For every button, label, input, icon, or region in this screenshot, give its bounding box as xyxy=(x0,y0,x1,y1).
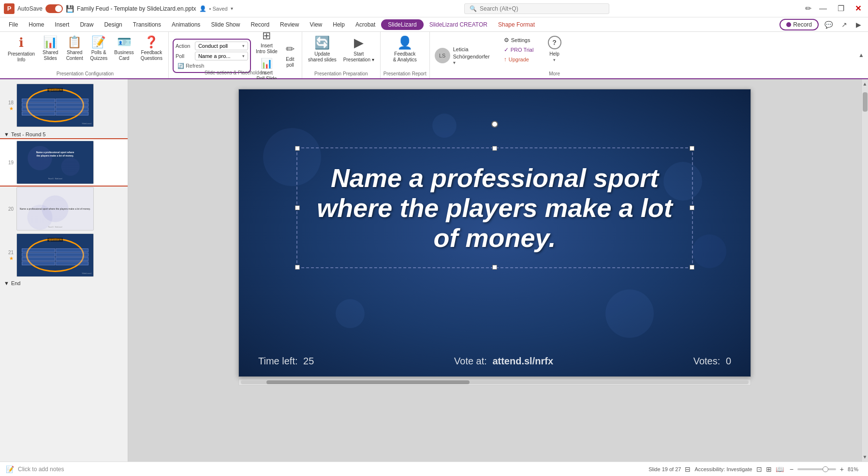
menu-insert[interactable]: Insert xyxy=(50,19,74,30)
ribbon-btn-insert-intro[interactable]: ⊞ InsertIntro Slide xyxy=(254,29,280,56)
record-button[interactable]: Record xyxy=(780,19,819,30)
slide-layout-icon[interactable]: ⊟ xyxy=(685,465,691,473)
search-input[interactable] xyxy=(480,5,604,12)
pro-trial-button[interactable]: ✓ PRO Trial xyxy=(502,45,536,54)
check-icon: ✓ xyxy=(504,46,509,53)
handle-ml[interactable] xyxy=(295,205,300,210)
menu-slideshow[interactable]: Slide Show xyxy=(206,19,245,30)
refresh-button[interactable]: 🔄 Refresh xyxy=(176,62,248,70)
ribbon-btn-feedback-analytics[interactable]: 👤 Feedback& Analytics xyxy=(390,34,420,64)
menu-design[interactable]: Design xyxy=(99,19,127,30)
rotate-handle[interactable] xyxy=(491,121,498,128)
settings-button[interactable]: ⚙ Settings xyxy=(502,36,536,44)
ribbon-btn-feedback-questions[interactable]: ❓ FeedbackQuestions xyxy=(138,34,165,63)
slide-group-label-end[interactable]: ▼ End xyxy=(0,278,128,288)
help-button[interactable]: ? Help ▾ xyxy=(548,36,561,62)
upgrade-button[interactable]: ↑ Upgrade xyxy=(502,55,536,64)
scroll-up-btn[interactable]: ▲ xyxy=(862,80,868,87)
handle-tc[interactable] xyxy=(492,146,497,151)
slide-thumb-19[interactable]: Name a professional sport wherethe playe… xyxy=(16,141,94,184)
action-dropdown[interactable]: Conduct poll ▾ xyxy=(195,42,248,50)
minimize-btn[interactable]: — xyxy=(816,4,830,13)
bokeh-5 xyxy=(432,114,456,138)
present-icon[interactable]: ▶ xyxy=(853,19,864,30)
zoom-out-btn[interactable]: − xyxy=(788,464,795,474)
thumb-round-20: Round 5 · SlideLizard xyxy=(17,226,93,228)
slide-canvas[interactable]: Name a professional sport where the play… xyxy=(238,89,751,377)
app-logo: P xyxy=(4,3,15,14)
view-normal-icon[interactable]: ⊡ xyxy=(756,465,762,473)
scroll-thumb[interactable] xyxy=(863,92,868,112)
view-reading-icon[interactable]: 📖 xyxy=(776,465,784,473)
menu-animations[interactable]: Animations xyxy=(167,19,205,30)
ribbon-btn-shared-slides[interactable]: 📊 SharedSlides xyxy=(39,34,62,63)
ribbon-group-label-prep: Presentation Preparation xyxy=(314,71,368,77)
gear-icon: ⚙ xyxy=(504,37,509,43)
poll-dropdown[interactable]: Name a pro... ▾ xyxy=(195,52,248,60)
scroll-down-btn[interactable]: ▼ xyxy=(862,453,868,461)
ribbon-collapse-icon[interactable]: ▲ xyxy=(858,52,864,58)
menu-view[interactable]: View xyxy=(305,19,327,30)
autosave-toggle[interactable] xyxy=(45,4,63,13)
maximize-btn[interactable]: ❐ xyxy=(835,4,847,13)
ribbon-group-settings: ⚙ Settings ✓ PRO Trial ↑ Upgrade xyxy=(495,32,543,78)
slide-item-19[interactable]: 19 Name a professional sport wherethe pl… xyxy=(0,139,128,186)
menu-shape-format[interactable]: Shape Format xyxy=(493,19,540,30)
slide-item-18[interactable]: 18 ★ Question 4 SlideLizard xyxy=(0,82,128,129)
polls-icon: 📝 xyxy=(91,35,106,49)
ribbon-collapse-area: ▲ xyxy=(858,32,866,78)
ribbon-btn-presentation-info[interactable]: ℹ PresentationInfo xyxy=(5,34,38,64)
menu-acrobat[interactable]: Acrobat xyxy=(351,19,380,30)
handle-mr[interactable] xyxy=(690,205,694,210)
h-scrollbar[interactable] xyxy=(238,379,751,386)
menu-home[interactable]: Home xyxy=(24,19,49,30)
close-btn[interactable]: ✕ xyxy=(852,4,864,13)
right-scrollbar[interactable]: ▲ ▼ xyxy=(861,79,868,462)
slide-actions-label: Slide actions & Placeholders xyxy=(205,70,266,75)
handle-bl[interactable] xyxy=(295,265,300,270)
slide-panel[interactable]: 18 ★ Question 4 SlideLizard xyxy=(0,79,128,462)
slide-group-label-test-round-5[interactable]: ▼ Test - Round 5 xyxy=(0,130,128,139)
zoom-controls: − + 81% xyxy=(788,464,862,474)
menu-slidelizard-creator[interactable]: SlideLizard CREATOR xyxy=(425,19,492,30)
refresh-icon: 🔄 xyxy=(177,63,184,69)
slide-item-21[interactable]: 21 ★ Question 4 SlideLizard xyxy=(0,232,128,278)
pen-icon[interactable]: ✏ xyxy=(805,4,811,13)
comment-icon[interactable]: 💬 xyxy=(822,19,836,30)
menu-transitions[interactable]: Transitions xyxy=(128,19,166,30)
ribbon-btn-business-card[interactable]: 🪪 BusinessCard xyxy=(111,34,137,63)
saved-chevron: ▾ xyxy=(231,6,233,11)
ribbon-btn-edit-poll[interactable]: ✏ Editpoll xyxy=(281,42,299,69)
menu-file[interactable]: File xyxy=(4,19,23,30)
share-menu-icon[interactable]: ↗ xyxy=(839,19,850,30)
handle-tl[interactable] xyxy=(295,146,300,151)
notes-placeholder[interactable]: Click to add notes xyxy=(18,466,645,473)
h-scroll-thumb[interactable] xyxy=(266,380,470,384)
ribbon-btn-start-presentation[interactable]: ▶ StartPresentation ▾ xyxy=(340,34,377,64)
handle-br[interactable] xyxy=(690,265,694,270)
ribbon-btn-shared-content[interactable]: 📋 SharedContent xyxy=(63,34,86,63)
accessibility-label[interactable]: Accessibility: Investigate xyxy=(694,466,752,472)
profile-name: LeticiaSchörgendorfer xyxy=(453,46,490,60)
slide-thumb-21[interactable]: Question 4 SlideLizard xyxy=(16,233,94,277)
ribbon-btn-update-shared[interactable]: 🔄 Updateshared slides xyxy=(305,34,339,64)
menu-review[interactable]: Review xyxy=(275,19,304,30)
zoom-slider[interactable] xyxy=(797,468,836,470)
thumb-text-19: Name a professional sport wherethe playe… xyxy=(19,151,91,158)
slide-item-20[interactable]: 20 Name a professional sport where the p… xyxy=(0,186,128,232)
ribbon-btn-insert-poll[interactable]: 📊 InsertPoll Slide xyxy=(255,57,279,83)
handle-bc[interactable] xyxy=(492,265,497,270)
menu-help[interactable]: Help xyxy=(328,19,350,30)
handle-tr[interactable] xyxy=(690,146,694,151)
menu-draw[interactable]: Draw xyxy=(75,19,98,30)
view-grid-icon[interactable]: ⊞ xyxy=(766,465,772,473)
profile-chevron-icon[interactable]: ▾ xyxy=(453,60,490,65)
slide-thumb-18[interactable]: Question 4 SlideLizard xyxy=(16,84,94,127)
zoom-in-btn[interactable]: + xyxy=(838,464,846,474)
zoom-thumb[interactable] xyxy=(823,466,828,472)
menu-slidelizard[interactable]: SlideLizard xyxy=(381,19,423,30)
question-text-box[interactable]: Name a professional sport where the play… xyxy=(296,147,693,268)
slide-thumb-20[interactable]: Name a professional sport where the play… xyxy=(16,187,94,231)
ribbon-btn-polls-quizzes[interactable]: 📝 Polls &Quizzes xyxy=(87,34,110,63)
search-box[interactable]: 🔍 xyxy=(464,3,609,14)
